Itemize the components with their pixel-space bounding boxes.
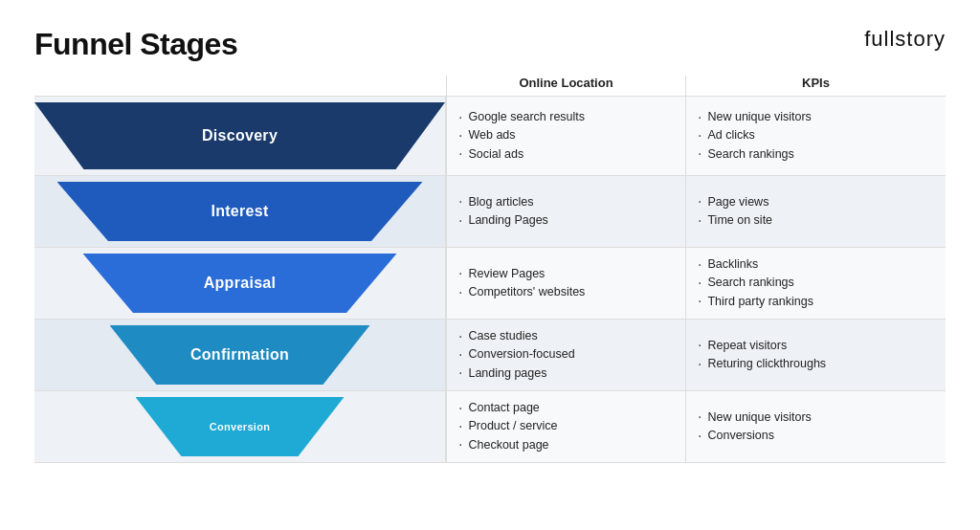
online-location-col: Contact pageProduct / serviceCheckout pa… [446, 391, 685, 462]
online-location-col: Blog articlesLanding Pages [446, 176, 685, 247]
funnel-stage-label: Appraisal [204, 275, 277, 292]
funnel-stage-label: Conversion [210, 421, 271, 432]
online-item: Social ads [458, 145, 674, 164]
funnel-tier-interest: Interest [57, 182, 423, 241]
funnel-tier-appraisal: Appraisal [83, 254, 397, 313]
online-item: Checkout page [458, 436, 674, 454]
page: Funnel Stages fullstory Online Location … [0, 0, 980, 530]
funnel-col: Interest [34, 176, 446, 247]
kpi-item: Ad clicks [698, 126, 934, 144]
kpis-col: Repeat visitorsReturing clickthroughs [685, 320, 946, 390]
online-item: Review Pages [458, 265, 674, 283]
online-item: Product / service [458, 417, 674, 435]
table-row: ConversionContact pageProduct / serviceC… [34, 391, 946, 463]
table-row: InterestBlog articlesLanding PagesPage v… [34, 176, 946, 248]
funnel-tier-conversion: Conversion [136, 397, 345, 456]
column-headers: Online Location KPIs [34, 76, 946, 96]
kpi-item: Third party rankings [698, 293, 934, 311]
online-item: Case studies [458, 327, 674, 345]
funnel-stage-label: Interest [211, 203, 268, 220]
online-item: Conversion-focused [458, 345, 674, 364]
page-header: Funnel Stages fullstory [34, 27, 946, 62]
kpi-item: Repeat visitors [698, 337, 934, 355]
brand-logo: fullstory [864, 27, 946, 52]
kpi-item: Search rankings [698, 274, 934, 292]
online-location-col: Review PagesCompetitors' websites [446, 248, 685, 319]
spacer [34, 76, 446, 96]
kpi-item: New unique visitors [698, 409, 934, 427]
online-item: Landing pages [458, 364, 674, 383]
online-item: Web ads [458, 126, 674, 144]
kpis-col: Page viewsTime on site [685, 176, 946, 247]
kpi-item: Time on site [698, 211, 934, 230]
funnel-tier-confirmation: Confirmation [110, 325, 370, 385]
kpi-item: Page views [698, 193, 934, 211]
online-item: Competitors' websites [458, 283, 674, 301]
funnel-stage-label: Confirmation [190, 346, 289, 364]
kpis-col: BacklinksSearch rankingsThird party rank… [685, 248, 946, 319]
online-item: Blog articles [458, 193, 674, 211]
funnel-tier-discovery: Discovery [34, 102, 445, 169]
funnel-rows: DiscoveryGoogle search resultsWeb adsSoc… [34, 96, 946, 463]
funnel-col: Conversion [34, 391, 446, 462]
table-row: DiscoveryGoogle search resultsWeb adsSoc… [34, 96, 946, 176]
kpi-item: New unique visitors [698, 108, 934, 126]
col-header-online: Online Location [446, 76, 685, 96]
online-item: Landing Pages [458, 211, 674, 230]
table-row: ConfirmationCase studiesConversion-focus… [34, 320, 946, 391]
online-item: Google search results [458, 108, 674, 126]
funnel-col: Confirmation [34, 320, 446, 390]
online-location-col: Case studiesConversion-focusedLanding pa… [446, 320, 685, 390]
funnel-col: Discovery [34, 97, 446, 175]
online-location-col: Google search resultsWeb adsSocial ads [446, 97, 685, 175]
col-header-kpis: KPIs [685, 76, 946, 96]
kpis-col: New unique visitorsConversions [685, 391, 946, 462]
kpi-item: Conversions [698, 427, 934, 445]
funnel-stage-label: Discovery [202, 127, 278, 144]
kpi-item: Search rankings [698, 145, 934, 164]
online-item: Contact page [458, 399, 674, 417]
funnel-col: Appraisal [34, 248, 446, 319]
table-row: AppraisalReview PagesCompetitors' websit… [34, 248, 946, 320]
kpis-col: New unique visitorsAd clicksSearch ranki… [685, 97, 946, 175]
page-title: Funnel Stages [34, 27, 237, 62]
funnel-layout: Online Location KPIs DiscoveryGoogle sea… [34, 76, 946, 463]
kpi-item: Backlinks [698, 255, 934, 274]
kpi-item: Returing clickthroughs [698, 355, 934, 373]
